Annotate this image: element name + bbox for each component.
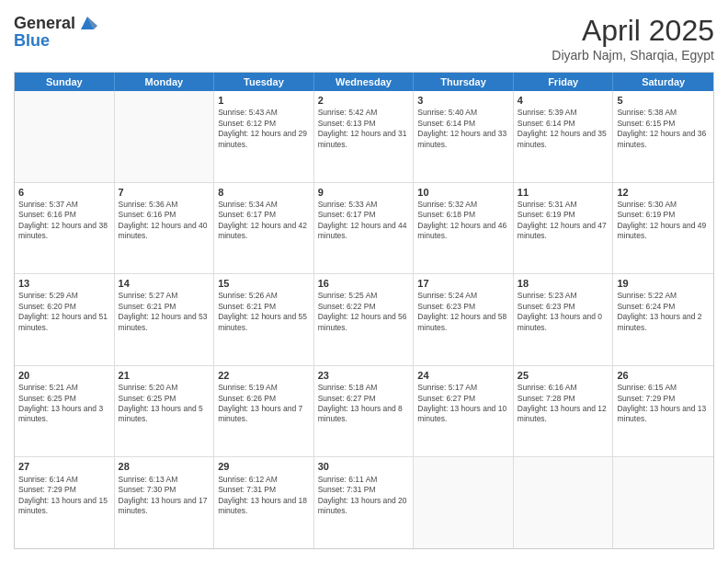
day-cell-8: 8Sunrise: 5:34 AM Sunset: 6:17 PM Daylig… (214, 183, 314, 274)
day-number: 24 (417, 369, 509, 382)
day-info: Sunrise: 5:24 AM Sunset: 6:23 PM Dayligh… (417, 291, 509, 333)
day-cell-28: 28Sunrise: 6:13 AM Sunset: 7:30 PM Dayli… (115, 457, 215, 548)
logo-icon (77, 13, 97, 33)
day-number: 10 (417, 186, 509, 199)
day-number: 19 (617, 277, 710, 290)
day-number: 9 (318, 186, 410, 199)
week-row-3: 13Sunrise: 5:29 AM Sunset: 6:20 PM Dayli… (15, 274, 713, 366)
week-row-5: 27Sunrise: 6:14 AM Sunset: 7:29 PM Dayli… (15, 457, 713, 548)
day-number: 16 (318, 277, 410, 290)
day-number: 22 (218, 369, 310, 382)
logo-blue-text: Blue (14, 31, 97, 51)
day-info: Sunrise: 5:20 AM Sunset: 6:25 PM Dayligh… (119, 383, 210, 425)
day-cell-7: 7Sunrise: 5:36 AM Sunset: 6:16 PM Daylig… (115, 183, 215, 274)
day-number: 3 (417, 94, 509, 107)
day-number: 23 (318, 369, 410, 382)
day-number: 28 (119, 460, 210, 473)
day-cell-23: 23Sunrise: 5:18 AM Sunset: 6:27 PM Dayli… (314, 366, 415, 457)
day-cell-13: 13Sunrise: 5:29 AM Sunset: 6:20 PM Dayli… (15, 274, 115, 365)
day-cell-empty (15, 91, 115, 182)
day-cell-11: 11Sunrise: 5:31 AM Sunset: 6:19 PM Dayli… (514, 183, 614, 274)
day-number: 25 (518, 369, 609, 382)
day-cell-2: 2Sunrise: 5:42 AM Sunset: 6:13 PM Daylig… (314, 91, 415, 182)
day-info: Sunrise: 5:30 AM Sunset: 6:19 PM Dayligh… (617, 200, 710, 242)
day-cell-15: 15Sunrise: 5:26 AM Sunset: 6:21 PM Dayli… (214, 274, 314, 365)
day-cell-9: 9Sunrise: 5:33 AM Sunset: 6:17 PM Daylig… (314, 183, 415, 274)
day-info: Sunrise: 5:23 AM Sunset: 6:23 PM Dayligh… (518, 291, 609, 333)
day-number: 1 (218, 94, 310, 107)
day-info: Sunrise: 5:27 AM Sunset: 6:21 PM Dayligh… (119, 291, 210, 333)
logo: General Blue (14, 14, 97, 51)
day-cell-1: 1Sunrise: 5:43 AM Sunset: 6:12 PM Daylig… (214, 91, 314, 182)
day-info: Sunrise: 6:13 AM Sunset: 7:30 PM Dayligh… (119, 475, 210, 517)
week-row-4: 20Sunrise: 5:21 AM Sunset: 6:25 PM Dayli… (15, 366, 713, 458)
day-cell-27: 27Sunrise: 6:14 AM Sunset: 7:29 PM Dayli… (15, 457, 115, 548)
day-cell-empty (414, 457, 514, 548)
day-number: 5 (617, 94, 710, 107)
day-info: Sunrise: 6:16 AM Sunset: 7:28 PM Dayligh… (518, 383, 609, 425)
calendar-header: SundayMondayTuesdayWednesdayThursdayFrid… (15, 73, 713, 91)
day-header-sunday: Sunday (15, 73, 115, 91)
day-cell-12: 12Sunrise: 5:30 AM Sunset: 6:19 PM Dayli… (613, 183, 713, 274)
day-info: Sunrise: 5:40 AM Sunset: 6:14 PM Dayligh… (417, 108, 509, 150)
day-info: Sunrise: 5:42 AM Sunset: 6:13 PM Dayligh… (318, 108, 410, 150)
day-cell-29: 29Sunrise: 6:12 AM Sunset: 7:31 PM Dayli… (214, 457, 314, 548)
day-cell-10: 10Sunrise: 5:32 AM Sunset: 6:18 PM Dayli… (414, 183, 514, 274)
day-info: Sunrise: 5:17 AM Sunset: 6:27 PM Dayligh… (417, 383, 509, 425)
day-info: Sunrise: 5:37 AM Sunset: 6:16 PM Dayligh… (18, 200, 110, 242)
day-cell-20: 20Sunrise: 5:21 AM Sunset: 6:25 PM Dayli… (15, 366, 115, 457)
day-number: 4 (518, 94, 609, 107)
day-info: Sunrise: 5:33 AM Sunset: 6:17 PM Dayligh… (318, 200, 410, 242)
title-block: April 2025 Diyarb Najm, Sharqia, Egypt (552, 14, 714, 63)
day-number: 20 (18, 369, 110, 382)
day-info: Sunrise: 6:15 AM Sunset: 7:29 PM Dayligh… (617, 383, 710, 425)
page-header: General Blue April 2025 Diyarb Najm, Sha… (14, 14, 714, 63)
week-row-2: 6Sunrise: 5:37 AM Sunset: 6:16 PM Daylig… (15, 183, 713, 275)
day-cell-21: 21Sunrise: 5:20 AM Sunset: 6:25 PM Dayli… (115, 366, 215, 457)
day-cell-16: 16Sunrise: 5:25 AM Sunset: 6:22 PM Dayli… (314, 274, 415, 365)
day-cell-6: 6Sunrise: 5:37 AM Sunset: 6:16 PM Daylig… (15, 183, 115, 274)
day-header-tuesday: Tuesday (214, 73, 314, 91)
day-number: 6 (18, 186, 110, 199)
day-number: 11 (518, 186, 609, 199)
day-info: Sunrise: 6:12 AM Sunset: 7:31 PM Dayligh… (218, 475, 310, 517)
day-cell-18: 18Sunrise: 5:23 AM Sunset: 6:23 PM Dayli… (514, 274, 614, 365)
day-info: Sunrise: 5:18 AM Sunset: 6:27 PM Dayligh… (318, 383, 410, 425)
day-cell-empty (613, 457, 713, 548)
day-cell-25: 25Sunrise: 6:16 AM Sunset: 7:28 PM Dayli… (514, 366, 614, 457)
day-cell-17: 17Sunrise: 5:24 AM Sunset: 6:23 PM Dayli… (414, 274, 514, 365)
day-cell-26: 26Sunrise: 6:15 AM Sunset: 7:29 PM Dayli… (613, 366, 713, 457)
day-info: Sunrise: 5:32 AM Sunset: 6:18 PM Dayligh… (417, 200, 509, 242)
logo-general-text: General (14, 14, 75, 33)
day-cell-empty (514, 457, 614, 548)
day-cell-4: 4Sunrise: 5:39 AM Sunset: 6:14 PM Daylig… (514, 91, 614, 182)
day-number: 21 (119, 369, 210, 382)
day-number: 14 (119, 277, 210, 290)
day-number: 7 (119, 186, 210, 199)
day-number: 27 (18, 460, 110, 473)
day-info: Sunrise: 5:34 AM Sunset: 6:17 PM Dayligh… (218, 200, 310, 242)
day-number: 29 (218, 460, 310, 473)
day-cell-19: 19Sunrise: 5:22 AM Sunset: 6:24 PM Dayli… (613, 274, 713, 365)
day-cell-24: 24Sunrise: 5:17 AM Sunset: 6:27 PM Dayli… (414, 366, 514, 457)
day-info: Sunrise: 5:36 AM Sunset: 6:16 PM Dayligh… (119, 200, 210, 242)
day-info: Sunrise: 6:11 AM Sunset: 7:31 PM Dayligh… (318, 475, 410, 517)
day-number: 26 (617, 369, 710, 382)
day-info: Sunrise: 5:26 AM Sunset: 6:21 PM Dayligh… (218, 291, 310, 333)
day-number: 12 (617, 186, 710, 199)
day-number: 18 (518, 277, 609, 290)
week-row-1: 1Sunrise: 5:43 AM Sunset: 6:12 PM Daylig… (15, 91, 713, 183)
day-info: Sunrise: 5:39 AM Sunset: 6:14 PM Dayligh… (518, 108, 609, 150)
day-info: Sunrise: 5:43 AM Sunset: 6:12 PM Dayligh… (218, 108, 310, 150)
calendar-body: 1Sunrise: 5:43 AM Sunset: 6:12 PM Daylig… (15, 91, 713, 548)
month-title: April 2025 (552, 14, 714, 48)
day-info: Sunrise: 5:31 AM Sunset: 6:19 PM Dayligh… (518, 200, 609, 242)
day-number: 13 (18, 277, 110, 290)
day-header-monday: Monday (115, 73, 215, 91)
day-info: Sunrise: 5:29 AM Sunset: 6:20 PM Dayligh… (18, 291, 110, 333)
day-header-wednesday: Wednesday (314, 73, 415, 91)
day-cell-5: 5Sunrise: 5:38 AM Sunset: 6:15 PM Daylig… (613, 91, 713, 182)
day-number: 30 (318, 460, 410, 473)
day-number: 2 (318, 94, 410, 107)
day-number: 15 (218, 277, 310, 290)
